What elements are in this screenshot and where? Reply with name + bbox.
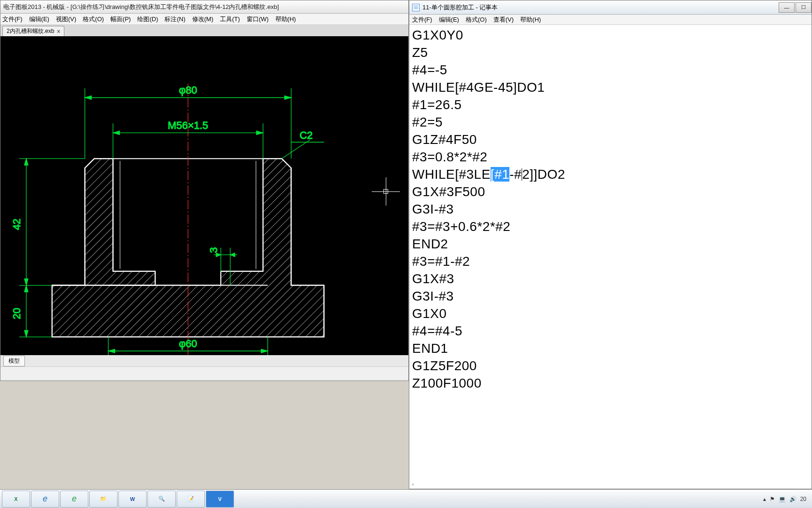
tray-flag-icon[interactable]: ⚑ [770,496,775,502]
np-menu-help[interactable]: 帮助(H) [520,16,541,24]
cad-canvas[interactable]: φ80 M56×1.5 C2 [0,36,408,355]
svg-marker-15 [285,95,291,99]
taskbar-app-excel[interactable]: X [2,491,30,508]
notepad-icon [412,4,420,11]
scroll-left-indicator: ‹ [412,481,414,487]
np-menu-file[interactable]: 文件(F) [412,16,432,24]
cad-doc-tab[interactable]: 2内孔槽和螺纹.exb × [2,26,64,36]
code-text-before: G1X0Y0 Z5 #4=-5 WHILE[#4GE-45]DO1 #1=26.… [412,28,545,182]
code-text-restline: 2]]DO2 [522,167,565,182]
tray-volume-icon[interactable]: 🔊 [789,496,796,502]
cad-titlebar[interactable]: 电子图板2013 - 机械版 - [G:\操作练习\drawing\数控铣床加工… [0,0,408,14]
taskbar[interactable]: X e e 📁 W 🔍 📝 V ▴ ⚑ 💻 🔊 20 [0,489,812,508]
cad-menu-modify[interactable]: 修改(M) [192,15,214,24]
dim-d60: φ60 [179,338,197,349]
cad-menu-tools[interactable]: 工具(T) [220,15,240,24]
cad-menu-dim[interactable]: 标注(N) [164,15,185,24]
notepad-text-area[interactable]: G1X0Y0 Z5 #4=-5 WHILE[#4GE-45]DO1 #1=26.… [409,25,812,394]
dim-m56: M56×1.5 [168,119,208,131]
svg-marker-26 [24,159,28,165]
close-icon[interactable]: × [57,28,60,35]
svg-line-21 [282,140,310,159]
taskbar-apps: X e e 📁 W 🔍 📝 V [2,491,234,508]
taskbar-app-ie[interactable]: e [31,491,59,508]
taskbar-app-notepad[interactable]: 📝 [177,491,205,508]
minimize-button[interactable]: — [779,2,795,13]
svg-marker-40 [216,253,221,257]
code-text-mid: -# [509,167,522,182]
svg-marker-35 [108,349,115,353]
svg-marker-36 [261,349,268,353]
svg-marker-19 [113,131,119,135]
code-text-after: G1X#3F500 G3I-#3 #3=#3+0.6*2*#2 END2 #3=… [412,184,510,390]
system-tray[interactable]: ▴ ⚑ 💻 🔊 20 [763,496,810,502]
selected-text: [#1 [491,167,509,182]
cad-menu-file[interactable]: 文件(F) [2,15,23,24]
cad-title-text: 电子图板2013 - 机械版 - [G:\操作练习\drawing\数控铣床加工… [3,3,279,11]
np-menu-format[interactable]: 格式(O) [466,16,487,24]
cad-menu-draw[interactable]: 绘图(D) [137,15,158,24]
cad-menu-edit[interactable]: 编辑(E) [29,15,49,24]
cad-menu-window[interactable]: 窗口(W) [247,15,269,24]
cad-menubar[interactable]: 文件(F) 编辑(E) 视图(V) 格式(O) 幅面(P) 绘图(D) 标注(N… [0,14,408,25]
dim-r3: 3 [208,247,219,253]
dim-h42: 42 [11,219,23,230]
notepad-window: 11-单个圆形腔加工 - 记事本 — ☐ 文件(F) 编辑(E) 格式(O) 查… [409,0,812,489]
np-menu-edit[interactable]: 编辑(E) [439,16,459,24]
taskbar-app-viewer[interactable]: 🔍 [148,491,176,508]
dim-c2: C2 [300,129,313,141]
dim-d80: φ80 [179,84,197,96]
np-menu-view[interactable]: 查看(V) [493,16,514,24]
cad-menu-sheet[interactable]: 幅面(P) [110,15,131,24]
notepad-title-text: 11-单个圆形腔加工 - 记事本 [422,3,498,12]
notepad-menubar[interactable]: 文件(F) 编辑(E) 格式(O) 查看(V) 帮助(H) [409,15,812,25]
taskbar-app-v[interactable]: V [206,491,234,508]
svg-marker-41 [230,253,235,257]
notepad-titlebar[interactable]: 11-单个圆形腔加工 - 记事本 — ☐ [409,0,812,15]
cad-statusbar [0,366,408,380]
svg-marker-14 [85,95,92,99]
taskbar-app-browser[interactable]: e [60,491,88,508]
cad-document-tabs: 2内孔槽和螺纹.exb × [0,25,408,36]
cad-model-tab[interactable]: 模型 [3,356,25,366]
taskbar-app-word[interactable]: W [118,491,147,508]
tray-up-icon[interactable]: ▴ [763,496,766,502]
cad-menu-format[interactable]: 格式(O) [83,15,104,24]
cad-menu-help[interactable]: 帮助(H) [275,15,296,24]
maximize-button[interactable]: ☐ [796,2,812,13]
taskbar-app-explorer[interactable]: 📁 [89,491,117,508]
svg-marker-30 [24,286,28,292]
text-caret [522,168,522,181]
svg-marker-31 [24,330,28,337]
cad-window: 电子图板2013 - 机械版 - [G:\操作练习\drawing\数控铣床加工… [0,0,409,381]
tray-network-icon[interactable]: 💻 [779,496,786,502]
tray-clock[interactable]: 20 [800,496,806,502]
cad-model-tabs: 模型 [0,355,408,366]
svg-marker-20 [257,131,263,135]
dim-h20: 20 [11,308,23,319]
cad-doc-tab-label: 2内孔槽和螺纹.exb [7,27,54,35]
cad-menu-view[interactable]: 视图(V) [56,15,76,24]
